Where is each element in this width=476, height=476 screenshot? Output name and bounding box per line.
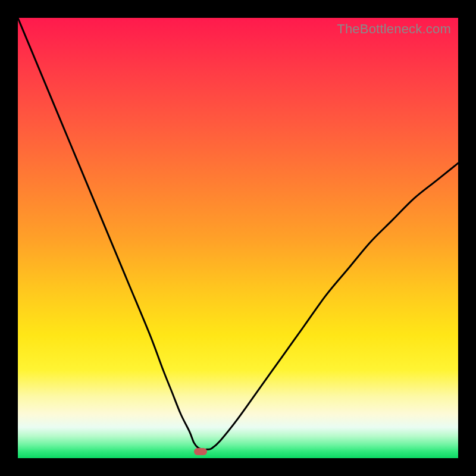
bottleneck-curve bbox=[18, 18, 458, 449]
curve-svg bbox=[18, 18, 458, 458]
plot-area: TheBottleneck.com bbox=[18, 18, 458, 458]
minimum-marker bbox=[194, 448, 207, 455]
chart-frame: TheBottleneck.com bbox=[0, 0, 476, 476]
